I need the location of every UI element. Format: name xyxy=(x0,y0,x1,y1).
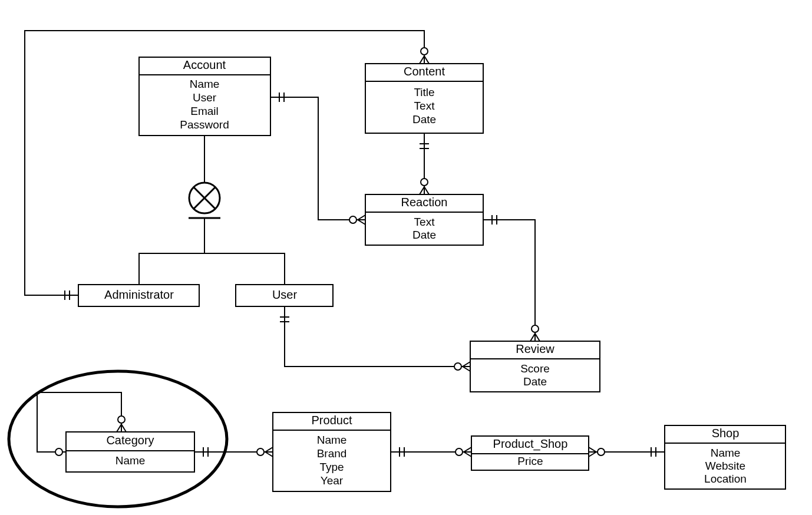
entity-attr: Text xyxy=(414,100,435,112)
entity-attr: Brand xyxy=(317,447,347,460)
entity-attr: Name xyxy=(317,434,347,446)
svg-point-40 xyxy=(257,448,264,455)
svg-line-14 xyxy=(424,187,429,194)
entity-attr: Score xyxy=(520,362,550,375)
entities: Account Name User Email Password Content… xyxy=(66,57,785,491)
entity-title: Category xyxy=(106,434,154,447)
entity-attr: Price xyxy=(517,455,543,467)
entity-attr: User xyxy=(193,91,217,104)
svg-line-3 xyxy=(424,56,429,64)
entity-review: Review Score Date xyxy=(470,341,600,392)
entity-category: Category Name xyxy=(66,432,194,472)
rel-account-subtypes xyxy=(139,136,285,285)
entity-title: Product xyxy=(312,414,352,427)
entity-attr: Text xyxy=(414,216,435,228)
entity-attr: Name xyxy=(115,454,146,467)
svg-line-7 xyxy=(358,215,365,220)
entity-content: Content Title Text Date xyxy=(365,64,483,133)
svg-point-34 xyxy=(118,416,125,423)
svg-point-9 xyxy=(349,216,357,223)
svg-point-4 xyxy=(421,48,428,55)
entity-attr: Date xyxy=(412,113,436,126)
entity-product: Product Name Brand Type Year xyxy=(273,412,391,491)
entity-administrator: Administrator xyxy=(78,285,199,306)
rel-account-reaction xyxy=(270,93,365,225)
relationships xyxy=(25,31,665,457)
svg-point-25 xyxy=(454,363,461,370)
entity-shop: Shop Name Website Location xyxy=(665,425,785,489)
entity-title: Account xyxy=(183,58,226,71)
entity-attr: Name xyxy=(190,78,220,90)
entity-attr: Website xyxy=(705,460,745,472)
svg-line-18 xyxy=(530,334,535,341)
entity-title: Administrator xyxy=(104,288,174,301)
rel-user-review xyxy=(280,306,470,371)
rel-content-reaction xyxy=(420,133,429,194)
svg-line-32 xyxy=(117,424,121,432)
svg-point-46 xyxy=(455,448,463,455)
svg-line-24 xyxy=(463,367,470,371)
svg-line-50 xyxy=(589,447,596,452)
entity-attr: Date xyxy=(412,229,436,241)
rel-shop-productshop xyxy=(589,447,665,457)
entity-attr: Name xyxy=(711,447,741,459)
rel-category-product xyxy=(194,447,273,457)
entity-attr: Year xyxy=(321,474,344,487)
entity-title: Product_Shop xyxy=(493,437,568,451)
entity-attr: Password xyxy=(180,118,229,131)
svg-line-44 xyxy=(464,447,471,452)
svg-line-38 xyxy=(265,447,273,452)
rel-product-productshop xyxy=(391,447,471,457)
svg-point-52 xyxy=(598,448,605,455)
entity-attr: Type xyxy=(319,461,344,473)
entity-attr: Email xyxy=(190,105,219,117)
svg-point-20 xyxy=(532,325,539,332)
entity-title: Shop xyxy=(712,427,740,440)
entity-user: User xyxy=(236,285,333,306)
svg-point-31 xyxy=(55,448,62,455)
svg-line-13 xyxy=(420,187,424,194)
svg-line-33 xyxy=(121,424,126,432)
svg-line-19 xyxy=(535,334,540,341)
entity-reaction: Reaction Text Date xyxy=(365,194,483,245)
svg-line-51 xyxy=(589,452,596,457)
svg-line-2 xyxy=(420,56,424,64)
entity-title: Reaction xyxy=(401,196,448,209)
entity-title: Review xyxy=(516,342,554,355)
entity-attr: Location xyxy=(704,473,747,485)
entity-attr: Date xyxy=(523,375,547,388)
svg-point-15 xyxy=(421,179,428,186)
svg-line-39 xyxy=(265,452,273,457)
entity-title: User xyxy=(272,288,298,301)
entity-attr: Title xyxy=(414,86,434,98)
er-diagram: Account Name User Email Password Content… xyxy=(0,0,812,515)
rel-reaction-review xyxy=(483,215,540,341)
svg-line-8 xyxy=(358,220,365,225)
entity-product-shop: Product_Shop Price xyxy=(471,436,589,470)
svg-line-23 xyxy=(463,362,470,367)
entity-title: Content xyxy=(404,65,445,78)
entity-account: Account Name User Email Password xyxy=(139,57,270,136)
svg-line-45 xyxy=(464,452,471,457)
